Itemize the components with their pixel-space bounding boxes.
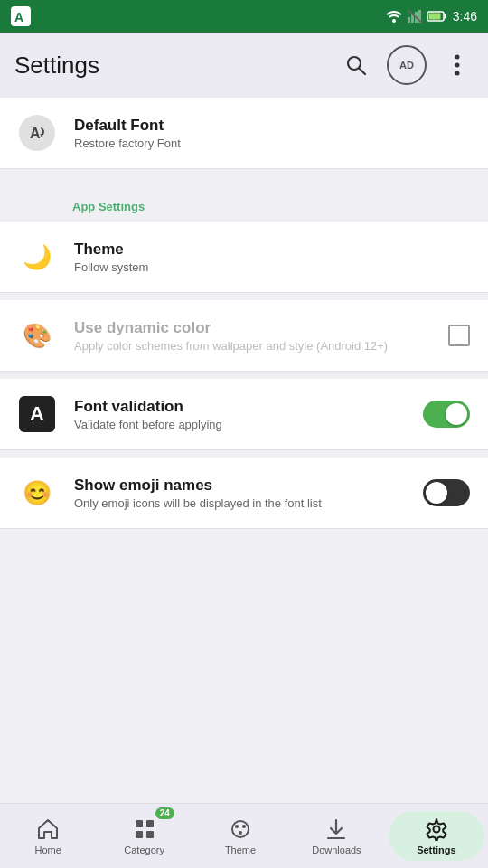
- nav-downloads-label: Downloads: [312, 844, 361, 855]
- settings-content: A Default Font Restore factory Font App …: [0, 98, 488, 803]
- svg-line-12: [360, 69, 366, 75]
- emoji-names-text: Show emoji names Only emoji icons will b…: [74, 476, 405, 510]
- emoji-icon-wrapper: 😊: [18, 474, 56, 512]
- more-options-icon: [455, 53, 460, 77]
- font-validation-toggle[interactable]: [423, 401, 470, 428]
- font-validation-subtitle: Validate font before applying: [74, 418, 405, 431]
- font-a-icon: A: [19, 396, 55, 432]
- svg-point-24: [242, 825, 246, 828]
- wifi-icon: [386, 10, 402, 23]
- font-circle-icon: A: [19, 115, 55, 151]
- dynamic-color-item: 🎨 Use dynamic color Apply color schemes …: [0, 300, 488, 372]
- svg-text:A: A: [14, 10, 23, 24]
- moon-icon: 🌙: [23, 243, 52, 271]
- svg-point-15: [455, 71, 460, 76]
- nav-item-downloads[interactable]: Downloads: [288, 804, 384, 868]
- svg-point-25: [239, 831, 242, 835]
- search-button[interactable]: [340, 49, 372, 81]
- signal-icon: [408, 10, 422, 23]
- font-validation-title: Font validation: [74, 398, 405, 416]
- home-icon: [36, 817, 60, 841]
- default-font-icon: A: [18, 114, 56, 152]
- app-logo-icon: A: [11, 6, 31, 26]
- svg-point-2: [392, 19, 396, 23]
- font-validation-icon: A: [18, 395, 56, 433]
- default-font-subtitle: Restore factory Font: [74, 137, 470, 150]
- status-time: 3:46: [453, 9, 477, 24]
- svg-rect-18: [136, 820, 143, 827]
- app-bar-actions: AD: [340, 45, 474, 85]
- svg-point-13: [455, 55, 460, 60]
- font-validation-text: Font validation Validate font before app…: [74, 398, 405, 431]
- nav-item-category[interactable]: 24 Category: [96, 804, 192, 868]
- theme-subtitle: Follow system: [74, 260, 470, 274]
- emoji-names-subtitle: Only emoji icons will be displayed in th…: [74, 496, 405, 510]
- section-divider-3: [0, 372, 488, 379]
- font-restore-icon: A: [23, 119, 51, 146]
- nav-item-theme[interactable]: Theme: [192, 804, 288, 868]
- svg-rect-10: [428, 14, 440, 20]
- app-settings-label: App Settings: [72, 200, 145, 213]
- svg-text:A: A: [30, 126, 41, 141]
- status-bar: A 3:46: [0, 0, 488, 33]
- nav-category-label: Category: [124, 844, 164, 855]
- nav-item-settings[interactable]: Settings: [389, 811, 484, 861]
- toggle-thumb-emoji: [426, 482, 447, 504]
- status-bar-right: 3:46: [386, 9, 477, 24]
- emoji-icon: 😊: [23, 479, 52, 507]
- more-options-button[interactable]: [441, 49, 474, 81]
- svg-point-23: [235, 825, 239, 828]
- emoji-names-title: Show emoji names: [74, 476, 405, 495]
- emoji-names-toggle[interactable]: [423, 479, 470, 506]
- ad-icon-label: AD: [399, 60, 414, 71]
- settings-nav-icon: [425, 817, 448, 841]
- svg-rect-3: [408, 17, 410, 23]
- status-bar-left: A: [11, 6, 31, 26]
- ad-settings-button[interactable]: AD: [387, 45, 427, 85]
- dynamic-color-title: Use dynamic color: [74, 319, 430, 337]
- category-icon: [133, 817, 156, 841]
- dynamic-color-checkbox[interactable]: [448, 325, 470, 346]
- battery-icon: [427, 10, 447, 23]
- page-title: Settings: [14, 52, 329, 80]
- dynamic-color-text: Use dynamic color Apply color schemes fr…: [74, 319, 430, 353]
- app-settings-header: App Settings: [0, 176, 488, 222]
- svg-rect-9: [444, 14, 446, 19]
- section-divider-2: [0, 293, 488, 300]
- dynamic-color-icon: 🎨: [18, 316, 56, 354]
- palette-icon: 🎨: [23, 322, 52, 350]
- nav-theme-label: Theme: [225, 844, 256, 855]
- theme-text: Theme Follow system: [74, 241, 470, 274]
- section-divider-4: [0, 450, 488, 458]
- nav-item-home[interactable]: Home: [0, 804, 96, 868]
- svg-point-14: [455, 63, 460, 68]
- svg-point-27: [433, 826, 439, 832]
- emoji-names-item[interactable]: 😊 Show emoji names Only emoji icons will…: [0, 458, 488, 529]
- svg-point-22: [232, 821, 249, 837]
- theme-item-icon: 🌙: [18, 238, 56, 276]
- svg-rect-20: [136, 831, 143, 838]
- toggle-thumb: [446, 403, 467, 425]
- nav-badge: 24: [155, 807, 174, 819]
- svg-rect-19: [146, 820, 154, 827]
- bottom-nav: Home 24 Category Theme Downloads: [0, 803, 488, 868]
- theme-title: Theme: [74, 241, 470, 259]
- theme-nav-icon: [229, 817, 252, 841]
- nav-home-label: Home: [35, 844, 61, 855]
- dynamic-color-subtitle: Apply color schemes from wallpaper and s…: [74, 339, 430, 353]
- default-font-item[interactable]: A Default Font Restore factory Font: [0, 98, 488, 169]
- app-bar: Settings AD: [0, 33, 488, 98]
- downloads-icon: [324, 817, 348, 841]
- font-validation-item[interactable]: A Font validation Validate font before a…: [0, 379, 488, 450]
- search-icon: [344, 53, 368, 77]
- theme-item[interactable]: 🌙 Theme Follow system: [0, 222, 488, 293]
- default-font-text: Default Font Restore factory Font: [74, 117, 470, 150]
- default-font-title: Default Font: [74, 117, 470, 135]
- section-divider-1: [0, 169, 488, 176]
- svg-rect-21: [146, 831, 154, 838]
- nav-settings-label: Settings: [417, 844, 455, 855]
